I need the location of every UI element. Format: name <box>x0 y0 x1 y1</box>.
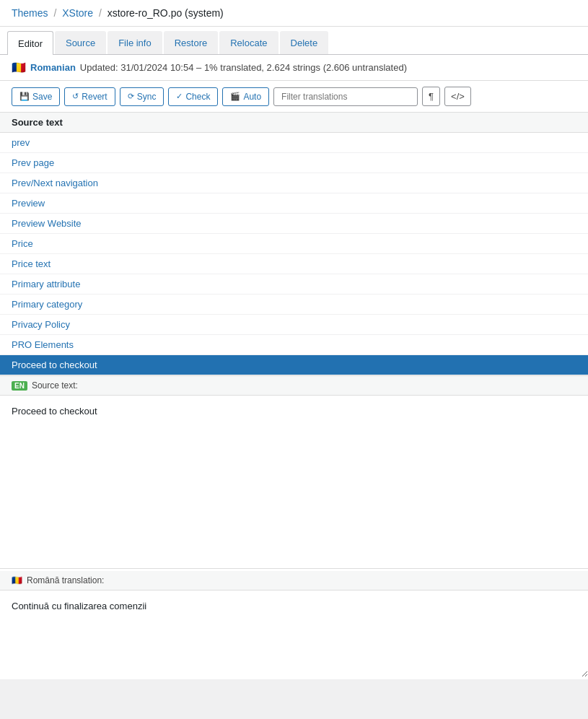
string-item-price-text[interactable]: Price text <box>0 254 588 274</box>
tab-delete[interactable]: Delete <box>280 31 329 54</box>
auto-button[interactable]: 🎬 Auto <box>222 87 269 106</box>
revert-button[interactable]: ↺ Revert <box>64 87 115 106</box>
breadcrumb-themes-link[interactable]: Themes <box>12 7 48 19</box>
string-item-proceed-to-checkout[interactable]: Proceed to checkout <box>0 355 588 375</box>
breadcrumb: Themes / XStore / xstore-ro_RO.po (syste… <box>0 0 588 27</box>
filter-input[interactable] <box>273 87 418 106</box>
revert-icon: ↺ <box>72 92 79 101</box>
romanian-flag: 🇷🇴 <box>12 61 26 74</box>
string-item-prev-next-nav[interactable]: Prev/Next navigation <box>0 173 588 193</box>
string-item-privacy-policy[interactable]: Privacy Policy <box>0 315 588 335</box>
breadcrumb-sep-1: / <box>53 7 56 19</box>
source-text-column-header: Source text <box>0 113 588 133</box>
save-icon: 💾 <box>19 92 30 101</box>
string-item-prev-page[interactable]: Prev page <box>0 153 588 173</box>
string-item-pro-elements[interactable]: PRO Elements <box>0 335 588 355</box>
string-item-prev[interactable]: prev <box>0 133 588 153</box>
check-button[interactable]: ✓ Check <box>168 87 218 106</box>
language-link[interactable]: Romanian <box>30 62 76 73</box>
translation-textarea[interactable] <box>0 591 588 677</box>
check-icon: ✓ <box>176 92 183 101</box>
tab-relocate[interactable]: Relocate <box>219 31 278 54</box>
save-button[interactable]: 💾 Save <box>12 87 60 106</box>
tab-editor[interactable]: Editor <box>7 31 53 55</box>
tabs-bar: EditorSourceFile infoRestoreRelocateDele… <box>0 27 588 55</box>
toolbar: 💾 Save ↺ Revert ⟳ Sync ✓ Check 🎬 Auto ¶ … <box>0 81 588 113</box>
sync-icon: ⟳ <box>128 92 134 101</box>
string-item-preview[interactable]: Preview <box>0 193 588 214</box>
string-list: prevPrev pagePrev/Next navigationPreview… <box>0 133 588 376</box>
string-item-price[interactable]: Price <box>0 234 588 254</box>
translation-header: 🇷🇴 Română translation: <box>0 571 588 591</box>
code-icon-button[interactable]: </> <box>444 87 471 106</box>
main-content: Source text prevPrev pagePrev/Next navig… <box>0 113 588 679</box>
status-text: Updated: 31/01/2024 10:54 – 1% translate… <box>80 62 407 73</box>
source-panel-label: Source text: <box>32 380 78 391</box>
translation-label: Română translation: <box>27 575 104 585</box>
source-text-panel: EN Source text: <box>0 376 588 396</box>
breadcrumb-xstore-link[interactable]: XStore <box>62 7 93 19</box>
breadcrumb-sep-2: / <box>99 7 102 19</box>
status-bar: 🇷🇴 Romanian Updated: 31/01/2024 10:54 – … <box>0 55 588 81</box>
tab-fileinfo[interactable]: File info <box>107 31 162 54</box>
rtl-icon-button[interactable]: ¶ <box>422 87 440 106</box>
string-item-primary-category[interactable]: Primary category <box>0 295 588 315</box>
translation-flag: 🇷🇴 <box>12 575 22 585</box>
string-item-primary-attribute[interactable]: Primary attribute <box>0 274 588 295</box>
auto-icon: 🎬 <box>230 92 240 101</box>
breadcrumb-current: xstore-ro_RO.po (system) <box>107 7 224 19</box>
en-badge: EN <box>12 381 27 391</box>
string-item-preview-website[interactable]: Preview Website <box>0 214 588 234</box>
sync-button[interactable]: ⟳ Sync <box>120 87 164 106</box>
tab-source[interactable]: Source <box>55 31 106 54</box>
source-textarea[interactable] <box>0 396 588 569</box>
tab-restore[interactable]: Restore <box>164 31 219 54</box>
